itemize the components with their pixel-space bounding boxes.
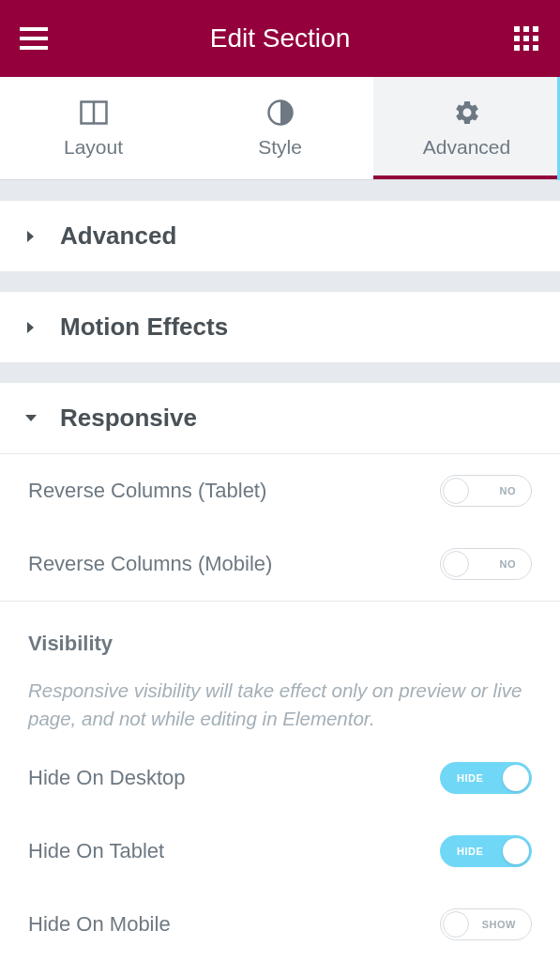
control-label: Hide On Mobile [28,912,171,937]
apps-icon[interactable] [509,22,543,55]
responsive-body: Reverse Columns (Tablet) NO Reverse Colu… [0,453,560,961]
control-label: Reverse Columns (Mobile) [28,552,272,576]
hide-desktop-row: Hide On Desktop HIDE [28,741,532,815]
panel-header: Edit Section [0,0,560,77]
style-icon [266,99,295,127]
svg-rect-9 [514,45,520,51]
svg-rect-3 [514,26,520,32]
section-title: Responsive [60,404,197,433]
panel-title: Edit Section [210,23,350,53]
caret-right-icon [24,321,38,334]
section-responsive[interactable]: Responsive [0,383,560,453]
hide-mobile-toggle[interactable]: SHOW [440,908,532,940]
tab-label: Layout [64,136,123,159]
hide-desktop-toggle[interactable]: HIDE [440,762,532,794]
tab-style[interactable]: Style [187,77,373,179]
svg-rect-10 [523,45,529,51]
section-advanced[interactable]: Advanced [0,201,560,271]
svg-rect-7 [523,36,529,41]
toggle-knob [443,551,469,577]
layout-icon [80,99,108,127]
tab-layout[interactable]: Layout [0,77,187,179]
caret-down-icon [24,412,38,425]
toggle-knob [503,765,529,791]
hide-tablet-toggle[interactable]: HIDE [440,835,532,867]
svg-rect-0 [20,27,48,31]
tabs-bar: Layout Style Advanced [0,77,560,180]
toggle-text: HIDE [457,846,483,857]
hide-tablet-row: Hide On Tablet HIDE [28,815,532,888]
toggle-text: SHOW [482,919,516,930]
gear-icon [453,99,481,127]
control-label: Hide On Tablet [28,839,164,863]
tab-label: Advanced [423,136,510,159]
tab-label: Style [258,136,302,159]
reverse-mobile-toggle[interactable]: NO [440,548,532,580]
section-title: Advanced [60,221,176,251]
toggle-text: HIDE [457,772,483,784]
control-label: Reverse Columns (Tablet) [28,479,266,503]
toggle-text: NO [500,485,517,496]
svg-rect-4 [523,26,529,32]
caret-right-icon [24,230,38,243]
svg-rect-6 [514,36,520,41]
svg-rect-11 [533,45,538,51]
svg-rect-8 [533,36,538,41]
menu-icon[interactable] [17,22,51,55]
toggle-knob [503,838,529,864]
sections-container: Advanced Motion Effects Responsive Rever… [0,201,560,961]
svg-rect-5 [533,26,538,32]
reverse-tablet-toggle[interactable]: NO [440,475,532,507]
toggle-text: NO [500,558,517,570]
control-label: Hide On Desktop [28,766,186,790]
reverse-columns-tablet-row: Reverse Columns (Tablet) NO [28,454,532,527]
svg-rect-1 [20,37,48,40]
tab-advanced[interactable]: Advanced [373,77,560,179]
toggle-knob [443,911,469,938]
toggle-knob [443,478,469,504]
visibility-description: Responsive visibility will take effect o… [28,656,532,741]
visibility-title: Visibility [28,602,532,656]
reverse-columns-mobile-row: Reverse Columns (Mobile) NO [28,527,532,601]
section-motion-effects[interactable]: Motion Effects [0,292,560,362]
svg-rect-2 [20,46,48,50]
hide-mobile-row: Hide On Mobile SHOW [28,888,532,961]
section-title: Motion Effects [60,313,228,342]
